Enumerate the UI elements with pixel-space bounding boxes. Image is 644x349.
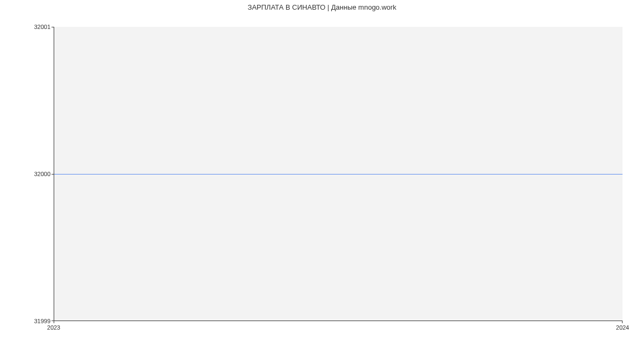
x-tick-label: 2023 <box>47 324 60 331</box>
x-tick-label: 2024 <box>616 324 629 331</box>
y-tick-label: 32000 <box>34 171 50 177</box>
plot-area <box>54 27 623 321</box>
x-tick-mark <box>622 321 623 323</box>
y-tick-mark <box>52 27 54 27</box>
chart-title: ЗАРПЛАТА В СИНАВТО | Данные mnogo.work <box>0 3 644 11</box>
y-tick-label: 31999 <box>34 318 50 324</box>
data-line <box>54 174 623 174</box>
y-tick-label: 32001 <box>34 24 50 30</box>
y-tick-mark <box>52 174 54 174</box>
x-tick-mark <box>54 321 54 323</box>
